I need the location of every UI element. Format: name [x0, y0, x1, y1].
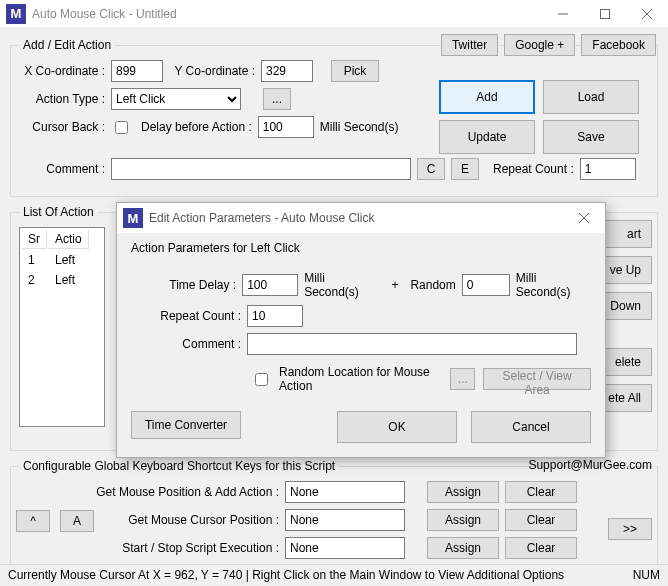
assign-button-2[interactable]: Assign: [427, 537, 499, 559]
dialog-comment-label: Comment :: [131, 337, 241, 351]
col-action: Actio: [49, 230, 89, 249]
save-button[interactable]: Save: [543, 120, 639, 154]
social-row: Twitter Google + Facebook: [441, 34, 656, 56]
random-location-checkbox[interactable]: [255, 373, 268, 386]
cursor-back-label: Cursor Back :: [19, 120, 105, 134]
add-button[interactable]: Add: [439, 80, 535, 114]
minimize-button[interactable]: [542, 0, 584, 28]
svg-rect-1: [601, 9, 610, 18]
add-edit-fieldset: Add / Edit Action X Co-ordinate : Y Co-o…: [10, 38, 658, 197]
twitter-button[interactable]: Twitter: [441, 34, 498, 56]
cursor-back-checkbox[interactable]: [115, 121, 128, 134]
status-bar: Currently Mouse Cursor At X = 962, Y = 7…: [0, 564, 668, 586]
clear-button-2[interactable]: Clear: [505, 537, 577, 559]
status-text: Currently Mouse Cursor At X = 962, Y = 7…: [8, 568, 564, 583]
delay-input[interactable]: [258, 116, 314, 138]
client-area: Twitter Google + Facebook Add / Edit Act…: [0, 28, 668, 564]
dialog-ellipsis-button: ...: [450, 368, 475, 390]
ok-button[interactable]: OK: [337, 411, 457, 443]
dialog-repeat-input[interactable]: [247, 305, 303, 327]
repeat-label: Repeat Count :: [493, 162, 574, 176]
window-title: Auto Mouse Click - Untitled: [32, 7, 542, 21]
dialog-titlebar: M Edit Action Parameters - Auto Mouse Cl…: [117, 203, 605, 233]
dialog-app-icon: M: [123, 208, 143, 228]
x-label: X Co-ordinate :: [19, 64, 105, 78]
random-label: Random: [410, 278, 455, 292]
shortcuts-fieldset: Configurable Global Keyboard Shortcut Ke…: [10, 459, 658, 576]
dialog-close-button[interactable]: [563, 204, 605, 232]
random-location-label: Random Location for Mouse Action: [279, 365, 442, 393]
dialog-title: Edit Action Parameters - Auto Mouse Clic…: [149, 211, 563, 225]
delay-label: Delay before Action :: [141, 120, 252, 134]
dialog-comment-input[interactable]: [247, 333, 577, 355]
action-type-select[interactable]: Left Click: [111, 88, 241, 110]
main-titlebar: M Auto Mouse Click - Untitled: [0, 0, 668, 28]
assign-button-0[interactable]: Assign: [427, 481, 499, 503]
shortcut-label-0: Get Mouse Position & Add Action :: [19, 485, 279, 499]
action-type-label: Action Type :: [19, 92, 105, 106]
edit-params-dialog: M Edit Action Parameters - Auto Mouse Cl…: [116, 202, 606, 458]
close-button[interactable]: [626, 0, 668, 28]
a-button[interactable]: A: [60, 510, 94, 532]
dialog-heading: Action Parameters for Left Click: [131, 241, 591, 255]
time-delay-input[interactable]: [242, 274, 298, 296]
random-input[interactable]: [462, 274, 510, 296]
update-button[interactable]: Update: [439, 120, 535, 154]
e-button[interactable]: E: [451, 158, 479, 180]
maximize-button[interactable]: [584, 0, 626, 28]
time-delay-label: Time Delay :: [131, 278, 236, 292]
shortcut-input-0[interactable]: [285, 481, 405, 503]
more-button[interactable]: >>: [608, 518, 652, 540]
facebook-button[interactable]: Facebook: [581, 34, 656, 56]
shortcut-input-1[interactable]: [285, 509, 405, 531]
select-view-button: Select / View Area: [483, 368, 591, 390]
actions-table[interactable]: Sr Actio 1 Left 2 Left: [19, 227, 105, 427]
plus-label: +: [391, 278, 398, 292]
load-button[interactable]: Load: [543, 80, 639, 114]
repeat-input[interactable]: [580, 158, 636, 180]
google-button[interactable]: Google +: [504, 34, 575, 56]
y-label: Y Co-ordinate :: [169, 64, 255, 78]
dialog-repeat-label: Repeat Count :: [131, 309, 241, 323]
app-icon: M: [6, 4, 26, 24]
time-delay-unit: Milli Second(s): [304, 271, 379, 299]
time-converter-button[interactable]: Time Converter: [131, 411, 241, 439]
actions-list-legend: List Of Action: [19, 205, 98, 219]
c-button[interactable]: C: [417, 158, 445, 180]
shortcuts-legend: Configurable Global Keyboard Shortcut Ke…: [19, 459, 339, 473]
ellipsis-button[interactable]: ...: [263, 88, 291, 110]
pick-button[interactable]: Pick: [331, 60, 379, 82]
clear-button-1[interactable]: Clear: [505, 509, 577, 531]
random-unit: Milli Second(s): [516, 271, 591, 299]
add-edit-legend: Add / Edit Action: [19, 38, 115, 52]
support-label: Support@MurGee.com: [528, 458, 652, 472]
table-row[interactable]: 2 Left: [22, 271, 89, 289]
x-input[interactable]: [111, 60, 163, 82]
y-input[interactable]: [261, 60, 313, 82]
caret-button[interactable]: ^: [16, 510, 50, 532]
table-row[interactable]: 1 Left: [22, 251, 89, 269]
assign-button-1[interactable]: Assign: [427, 509, 499, 531]
status-num: NUM: [633, 568, 660, 583]
delay-unit: Milli Second(s): [320, 120, 399, 134]
comment-label: Comment :: [19, 162, 105, 176]
col-sr: Sr: [22, 230, 47, 249]
clear-button-0[interactable]: Clear: [505, 481, 577, 503]
cancel-button[interactable]: Cancel: [471, 411, 591, 443]
shortcut-input-2[interactable]: [285, 537, 405, 559]
comment-input[interactable]: [111, 158, 411, 180]
shortcut-label-2: Start / Stop Script Execution :: [19, 541, 279, 555]
